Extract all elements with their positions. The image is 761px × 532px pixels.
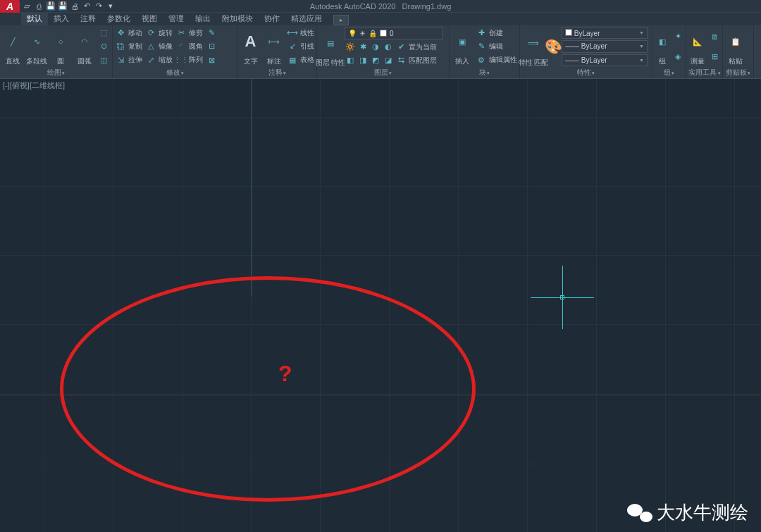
- util-ext1[interactable]: 🗎: [709, 30, 720, 42]
- qat-undo-icon[interactable]: ↶: [81, 1, 92, 12]
- match-icon: ⇆: [395, 56, 407, 66]
- dim-button[interactable]: ⟼标注: [264, 27, 284, 66]
- qat-saveas-icon[interactable]: 💾: [57, 1, 68, 12]
- stretch-button[interactable]: ⇲拉伸: [115, 54, 142, 66]
- layer-color-swatch: [380, 30, 387, 37]
- layer-tool-7[interactable]: ◩: [370, 54, 381, 66]
- qat-save-icon[interactable]: 💾: [45, 1, 56, 12]
- tab-view[interactable]: 视图: [136, 12, 163, 25]
- layer-tool-6[interactable]: ◨: [357, 54, 369, 66]
- tab-manage[interactable]: 管理: [163, 12, 190, 25]
- create-block-button[interactable]: ✚创建: [476, 27, 517, 39]
- panel-clipboard-title[interactable]: 剪贴板: [725, 67, 751, 78]
- layer-tool-2[interactable]: ✱: [357, 41, 369, 53]
- modify-extra3[interactable]: ⊠: [206, 54, 217, 66]
- modify-extra2[interactable]: ⊡: [206, 40, 217, 52]
- modify-extra[interactable]: ✎: [206, 27, 217, 39]
- array-icon: ⋮⋮: [175, 55, 187, 65]
- arc-button[interactable]: ◠圆弧: [74, 27, 95, 66]
- annotation-ellipse: [60, 276, 476, 502]
- lineweight-dropdown[interactable]: —— ByLayer▼: [562, 54, 648, 66]
- array-button[interactable]: ⋮⋮阵列: [175, 54, 203, 66]
- tab-featured[interactable]: 精选应用: [285, 12, 328, 25]
- tab-insert[interactable]: 插入: [48, 12, 75, 25]
- linetype-dropdown[interactable]: —— ByLayer▼: [562, 40, 648, 52]
- move-icon: ✥: [115, 28, 126, 38]
- fillet-button[interactable]: ◜圆角: [175, 40, 203, 52]
- qat-new-icon[interactable]: ▱: [21, 1, 32, 12]
- panel-modify-title[interactable]: 修改: [115, 67, 235, 78]
- app-logo[interactable]: A: [0, 0, 20, 13]
- panel-group-title[interactable]: 组: [655, 67, 683, 78]
- draw-ext3[interactable]: ◫: [98, 54, 109, 66]
- polyline-icon: ∿: [26, 27, 47, 56]
- line-button[interactable]: ╱直线: [2, 27, 23, 66]
- color-wheel-button[interactable]: 🎨: [547, 27, 559, 66]
- layer-selector[interactable]: 💡 ☀ 🔒 0: [345, 27, 443, 39]
- table-icon: ▦: [287, 55, 298, 65]
- layer-tool-5[interactable]: ◧: [345, 54, 356, 66]
- drawing-canvas[interactable]: [-][俯视][二维线框] ? 大水牛测绘: [0, 79, 761, 532]
- layer-tool-1[interactable]: 🔆: [345, 41, 356, 53]
- window-title: Autodesk AutoCAD 2020 Drawing1.dwg: [310, 2, 452, 11]
- panel-annotation-title[interactable]: 注释: [240, 67, 314, 78]
- qat-open-icon[interactable]: ⎙: [33, 1, 44, 12]
- insert-icon: ▣: [452, 27, 473, 56]
- set-current-layer-button[interactable]: ✔置为当前: [395, 41, 437, 53]
- tab-default[interactable]: 默认: [21, 12, 48, 25]
- text-button[interactable]: A文字: [240, 27, 261, 66]
- scale-icon: ⤢: [145, 55, 156, 65]
- panel-layers-title[interactable]: 图层: [319, 67, 447, 78]
- panel-draw: ╱直线 ∿多段线 ○圆 ◠圆弧 ⬚ ⊙ ◫ 绘图: [0, 25, 113, 78]
- tab-parametric[interactable]: 参数化: [101, 12, 136, 25]
- group-ext2[interactable]: ◈: [672, 51, 683, 63]
- match-layer-button[interactable]: ⇆匹配图层: [395, 54, 437, 66]
- scale-button[interactable]: ⤢缩放: [145, 54, 173, 66]
- check-icon: ✔: [395, 42, 407, 52]
- layer-tool-3[interactable]: ◑: [370, 41, 381, 53]
- circle-button[interactable]: ○圆: [50, 27, 71, 66]
- tab-collaborate[interactable]: 协作: [259, 12, 285, 25]
- qat-redo-icon[interactable]: ↷: [93, 1, 104, 12]
- insert-block-button[interactable]: ▣插入: [452, 27, 473, 66]
- util-ext2[interactable]: ⊞: [709, 51, 720, 63]
- leader-icon: ↙: [287, 42, 298, 51]
- panel-block-title[interactable]: 块: [452, 67, 517, 78]
- mirror-button[interactable]: △镜像: [145, 40, 173, 52]
- draw-ext1[interactable]: ⬚: [98, 27, 109, 39]
- viewport-label[interactable]: [-][俯视][二维线框]: [3, 80, 65, 91]
- layer-tool-8[interactable]: ◪: [383, 54, 394, 66]
- tab-overflow[interactable]: ▸: [333, 15, 349, 25]
- panel-draw-title[interactable]: 绘图: [2, 67, 110, 78]
- edit-block-button[interactable]: ✎编辑: [476, 40, 517, 52]
- measure-button[interactable]: 📐测量: [688, 27, 706, 66]
- trim-button[interactable]: ✂修剪: [175, 27, 203, 39]
- panel-utilities-title[interactable]: 实用工具: [688, 67, 720, 78]
- polyline-button[interactable]: ∿多段线: [26, 27, 47, 66]
- table-button[interactable]: ▦表格: [287, 54, 314, 66]
- panel-properties-title[interactable]: 特性: [522, 67, 650, 78]
- match-properties-button[interactable]: ⟹特性 匹配: [522, 27, 545, 66]
- leader-button[interactable]: ↙引线: [287, 40, 314, 52]
- layer-tool-4[interactable]: ◐: [383, 41, 394, 53]
- qat-plot-icon[interactable]: 🖨: [69, 1, 80, 12]
- line-icon: ╱: [2, 27, 23, 56]
- panel-layers: ▤图层 特性 💡 ☀ 🔒 0 🔆 ✱ ◑ ◐ ✔置为当前 ◧: [317, 25, 450, 78]
- linear-button[interactable]: ⟷线性: [287, 27, 314, 39]
- layer-properties-button[interactable]: ▤图层 特性: [319, 27, 342, 66]
- lock-icon: 🔒: [369, 30, 377, 37]
- panel-clipboard: 📋粘贴 剪贴板: [723, 25, 754, 78]
- edit-attr-button[interactable]: ⚙编辑属性: [476, 54, 517, 66]
- color-dropdown[interactable]: ByLayer▼: [562, 27, 648, 39]
- tab-output[interactable]: 输出: [190, 12, 216, 25]
- qat-more-icon[interactable]: ▾: [105, 1, 116, 12]
- move-button[interactable]: ✥移动: [115, 27, 142, 39]
- draw-ext2[interactable]: ⊙: [98, 40, 109, 52]
- tab-addins[interactable]: 附加模块: [216, 12, 259, 25]
- rotate-button[interactable]: ⟳旋转: [145, 27, 173, 39]
- copy-button[interactable]: ⿻复制: [115, 40, 142, 52]
- paste-button[interactable]: 📋粘贴: [725, 27, 746, 66]
- tab-annotate[interactable]: 注释: [75, 12, 101, 25]
- group-button[interactable]: ◧组: [655, 27, 669, 66]
- group-ext1[interactable]: ✦: [672, 30, 683, 42]
